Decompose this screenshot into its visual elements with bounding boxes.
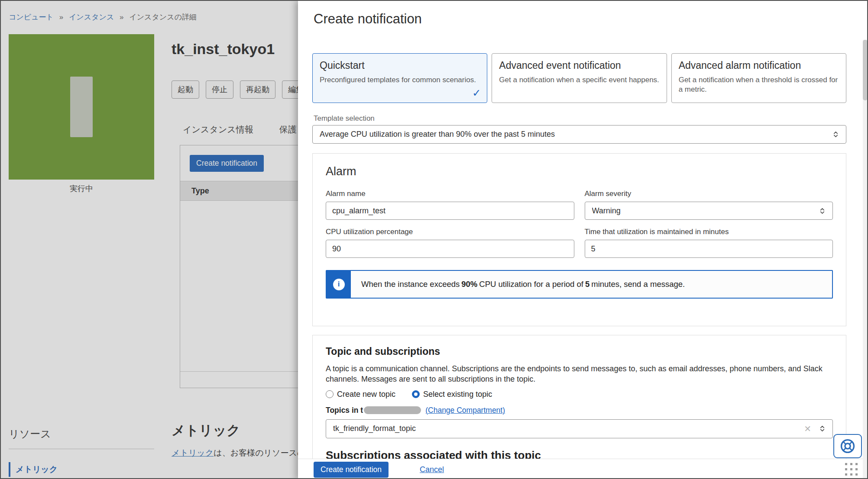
card-advanced-alarm-notification[interactable]: Advanced alarm notification Get a notifi… <box>671 53 846 103</box>
alarm-fields: Alarm name Alarm severity Warning CPU ut… <box>326 190 833 258</box>
chevron-up-down-icon <box>819 425 826 432</box>
template-select-value: Average CPU utilization is greater than … <box>320 130 832 139</box>
alarm-severity-field: Alarm severity Warning <box>585 190 833 220</box>
banner-bold-value: 5 <box>585 280 589 289</box>
alarm-severity-select[interactable]: Warning <box>585 202 833 220</box>
selected-check-icon: ✓ <box>472 87 481 99</box>
card-title: Quickstart <box>320 60 480 71</box>
banner-text: When the instance exceeds <box>361 280 460 289</box>
scrollbar-thumb[interactable] <box>863 40 868 100</box>
time-maintained-input[interactable] <box>585 240 833 258</box>
panel-footer: Create notification Cancel <box>298 459 868 479</box>
alarm-severity-value: Warning <box>592 206 819 215</box>
alarm-severity-label: Alarm severity <box>585 190 833 198</box>
cpu-utilization-label: CPU utilization percentage <box>326 228 574 236</box>
clear-icon[interactable]: ✕ <box>804 424 811 434</box>
alarm-name-input[interactable] <box>326 202 574 220</box>
topic-description: A topic is a communication channel. Subs… <box>326 363 828 385</box>
card-advanced-event-notification[interactable]: Advanced event notification Get a notifi… <box>492 53 667 103</box>
radio-label: Create new topic <box>337 390 395 399</box>
panel-title: Create notification <box>314 11 422 27</box>
topics-in-row: Topics in t (Change Compartment) <box>326 406 833 415</box>
alarm-heading: Alarm <box>326 165 833 178</box>
info-banner: i When the instance exceeds 90% CPU util… <box>326 270 833 299</box>
banner-text: CPU utilization for a period of <box>479 280 583 289</box>
alarm-name-field: Alarm name <box>326 190 574 220</box>
alarm-name-label: Alarm name <box>326 190 574 198</box>
topic-heading: Topic and subscriptions <box>326 346 833 357</box>
create-notification-panel: Create notification Quickstart Preconfig… <box>298 1 868 479</box>
radio-label: Select existing topic <box>423 390 492 399</box>
chevron-up-down-icon <box>819 207 826 215</box>
card-title: Advanced alarm notification <box>679 60 839 71</box>
redacted-compartment-name <box>364 406 421 414</box>
alarm-section: Alarm Alarm name Alarm severity Warning … <box>312 153 846 326</box>
card-description: Get a notification when a threshold is c… <box>679 75 839 95</box>
notification-type-cards: Quickstart Preconfigured templates for c… <box>312 53 846 103</box>
time-maintained-field: Time that utilization is maintained in m… <box>585 228 833 258</box>
topics-in-label: Topics in t <box>326 406 363 415</box>
cpu-utilization-field: CPU utilization percentage <box>326 228 574 258</box>
time-maintained-label: Time that utilization is maintained in m… <box>585 228 833 236</box>
change-compartment-link[interactable]: (Change Compartment) <box>425 406 505 415</box>
card-description: Preconfigured templates for common scena… <box>320 75 480 85</box>
radio-create-new-topic[interactable]: Create new topic <box>326 390 395 399</box>
info-banner-icon-wrap: i <box>327 271 351 298</box>
topic-radio-group: Create new topic Select existing topic <box>326 390 833 399</box>
template-selection-label: Template selection <box>314 114 375 123</box>
info-icon: i <box>333 279 345 290</box>
topic-section: Topic and subscriptions A topic is a com… <box>312 335 846 479</box>
chevron-up-down-icon <box>832 131 839 138</box>
cancel-link[interactable]: Cancel <box>420 465 444 474</box>
cpu-utilization-input[interactable] <box>326 240 574 258</box>
radio-unselected-icon <box>326 390 334 398</box>
card-description: Get a notification when a specific event… <box>499 75 659 85</box>
topic-select-value: tk_friendly_format_topic <box>333 424 804 433</box>
radio-selected-icon <box>412 390 420 398</box>
window: コンピュート » インスタンス » インスタンスの詳細 実行中 tk_inst_… <box>0 0 868 479</box>
info-banner-message: When the instance exceeds 90% CPU utiliz… <box>351 271 832 298</box>
radio-select-existing-topic[interactable]: Select existing topic <box>412 390 492 399</box>
card-quickstart[interactable]: Quickstart Preconfigured templates for c… <box>312 53 487 103</box>
template-select[interactable]: Average CPU utilization is greater than … <box>312 125 846 144</box>
lifebuoy-icon <box>839 437 856 455</box>
banner-bold-value: 90% <box>461 280 477 289</box>
drag-handle-dots-icon[interactable] <box>845 463 858 476</box>
create-notification-submit-button[interactable]: Create notification <box>314 462 389 478</box>
help-button[interactable] <box>833 434 862 458</box>
panel-scrollbar[interactable] <box>863 40 868 479</box>
banner-text: minutes, send a message. <box>591 280 685 289</box>
card-title: Advanced event notification <box>499 60 659 71</box>
topic-select[interactable]: tk_friendly_format_topic ✕ <box>326 419 833 438</box>
